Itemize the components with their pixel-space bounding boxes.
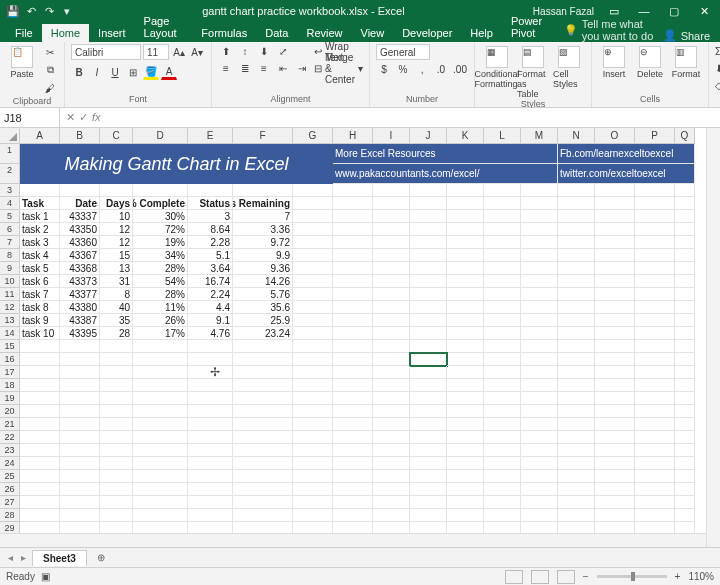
qat-more-icon[interactable]: ▾ — [60, 4, 74, 18]
merge-center-button[interactable]: ⊟ Merge & Center ▾ — [314, 61, 363, 76]
number-format-select[interactable]: General — [376, 44, 430, 60]
tab-home[interactable]: Home — [42, 24, 89, 42]
col-header-P[interactable]: P — [635, 128, 675, 144]
user-name[interactable]: Hassan Fazal — [533, 6, 600, 17]
col-header-G[interactable]: G — [293, 128, 333, 144]
font-color-icon[interactable]: A — [161, 64, 177, 80]
indent-inc-icon[interactable]: ⇥ — [294, 61, 310, 77]
horizontal-scrollbar[interactable] — [0, 533, 706, 547]
row-header-26[interactable]: 26 — [0, 483, 20, 496]
name-box[interactable]: J18 — [0, 108, 60, 127]
row-header-11[interactable]: 11 — [0, 288, 20, 301]
undo-icon[interactable]: ↶ — [24, 4, 38, 18]
align-mid-icon[interactable]: ↕ — [237, 44, 253, 60]
redo-icon[interactable]: ↷ — [42, 4, 56, 18]
row-header-14[interactable]: 14 — [0, 327, 20, 340]
fill-color-icon[interactable]: 🪣 — [143, 64, 159, 80]
row-header-21[interactable]: 21 — [0, 418, 20, 431]
page-layout-view-icon[interactable] — [531, 570, 549, 584]
col-header-I[interactable]: I — [373, 128, 410, 144]
row-header-9[interactable]: 9 — [0, 262, 20, 275]
zoom-level[interactable]: 110% — [688, 571, 714, 582]
col-header-F[interactable]: F — [233, 128, 293, 144]
col-header-J[interactable]: J — [410, 128, 447, 144]
tab-file[interactable]: File — [6, 24, 42, 42]
cells-area[interactable]: ✢ More Excel ResourcesFb.com/learnexcelt… — [20, 144, 695, 533]
normal-view-icon[interactable] — [505, 570, 523, 584]
align-center-icon[interactable]: ≣ — [237, 61, 253, 77]
save-icon[interactable]: 💾 — [6, 4, 20, 18]
col-header-E[interactable]: E — [188, 128, 233, 144]
tab-view[interactable]: View — [352, 24, 394, 42]
tab-developer[interactable]: Developer — [393, 24, 461, 42]
col-header-A[interactable]: A — [20, 128, 60, 144]
row-header-20[interactable]: 20 — [0, 405, 20, 418]
row-header-15[interactable]: 15 — [0, 340, 20, 353]
row-header-17[interactable]: 17 — [0, 366, 20, 379]
maximize-icon[interactable]: ▢ — [660, 0, 688, 22]
cell-styles-button[interactable]: ▧Cell Styles — [553, 44, 585, 89]
row-header-1[interactable]: 1 — [0, 144, 20, 164]
tell-me[interactable]: 💡 Tell me what you want to do — [564, 18, 663, 42]
autosum-button[interactable]: Σ AutoSum ▾ — [715, 44, 720, 59]
row-header-6[interactable]: 6 — [0, 223, 20, 236]
col-header-B[interactable]: B — [60, 128, 100, 144]
italic-icon[interactable]: I — [89, 64, 105, 80]
percent-icon[interactable]: % — [395, 62, 411, 78]
sheet-nav-prev-icon[interactable]: ◂ — [6, 552, 15, 563]
row-header-5[interactable]: 5 — [0, 210, 20, 223]
row-header-29[interactable]: 29 — [0, 522, 20, 533]
select-all-corner[interactable] — [0, 128, 20, 144]
macro-record-icon[interactable]: ▣ — [41, 571, 50, 582]
share-button[interactable]: 👤 Share — [663, 29, 720, 42]
align-top-icon[interactable]: ⬆ — [218, 44, 234, 60]
col-header-M[interactable]: M — [521, 128, 558, 144]
copy-icon[interactable]: ⧉ — [42, 62, 58, 78]
insert-cells-button[interactable]: ⊕Insert — [598, 44, 630, 79]
tab-help[interactable]: Help — [461, 24, 502, 42]
accounting-icon[interactable]: $ — [376, 62, 392, 78]
worksheet-grid[interactable]: ABCDEFGHIJKLMNOPQ 1234567891011121314151… — [0, 128, 720, 547]
increase-font-icon[interactable]: A▴ — [171, 44, 187, 60]
inc-dec-icon[interactable]: .0 — [433, 62, 449, 78]
align-bot-icon[interactable]: ⬇ — [256, 44, 272, 60]
zoom-in-icon[interactable]: + — [675, 571, 681, 582]
font-name-select[interactable]: Calibri — [71, 44, 141, 60]
format-cells-button[interactable]: ▥Format — [670, 44, 702, 79]
orientation-icon[interactable]: ⤢ — [275, 44, 291, 60]
row-header-10[interactable]: 10 — [0, 275, 20, 288]
font-size-select[interactable]: 11 — [143, 44, 169, 60]
sheet-tab[interactable]: Sheet3 — [32, 550, 87, 566]
format-as-table-button[interactable]: ▤Format as Table — [517, 44, 549, 99]
cancel-fx-icon[interactable]: ✕ — [66, 111, 75, 124]
paste-button[interactable]: 📋 Paste — [6, 44, 38, 79]
column-headers[interactable]: ABCDEFGHIJKLMNOPQ — [20, 128, 695, 144]
align-right-icon[interactable]: ≡ — [256, 61, 272, 77]
tab-insert[interactable]: Insert — [89, 24, 135, 42]
zoom-out-icon[interactable]: − — [583, 571, 589, 582]
col-header-O[interactable]: O — [595, 128, 635, 144]
row-header-22[interactable]: 22 — [0, 431, 20, 444]
row-header-27[interactable]: 27 — [0, 496, 20, 509]
delete-cells-button[interactable]: ⊖Delete — [634, 44, 666, 79]
cut-icon[interactable]: ✂ — [42, 44, 58, 60]
col-header-Q[interactable]: Q — [675, 128, 695, 144]
bold-icon[interactable]: B — [71, 64, 87, 80]
close-icon[interactable]: ✕ — [690, 0, 718, 22]
row-header-28[interactable]: 28 — [0, 509, 20, 522]
tab-data[interactable]: Data — [256, 24, 297, 42]
row-header-8[interactable]: 8 — [0, 249, 20, 262]
col-header-K[interactable]: K — [447, 128, 484, 144]
align-left-icon[interactable]: ≡ — [218, 61, 234, 77]
row-header-18[interactable]: 18 — [0, 379, 20, 392]
row-header-13[interactable]: 13 — [0, 314, 20, 327]
conditional-formatting-button[interactable]: ▦Conditional Formatting — [481, 44, 513, 89]
col-header-C[interactable]: C — [100, 128, 133, 144]
tab-formulas[interactable]: Formulas — [192, 24, 256, 42]
clear-button[interactable]: ◇ Clear ▾ — [715, 78, 720, 93]
row-header-16[interactable]: 16 — [0, 353, 20, 366]
vertical-scrollbar[interactable] — [706, 128, 720, 547]
row-headers[interactable]: 1234567891011121314151617181920212223242… — [0, 144, 20, 533]
underline-icon[interactable]: U — [107, 64, 123, 80]
add-sheet-icon[interactable]: ⊕ — [91, 552, 111, 563]
